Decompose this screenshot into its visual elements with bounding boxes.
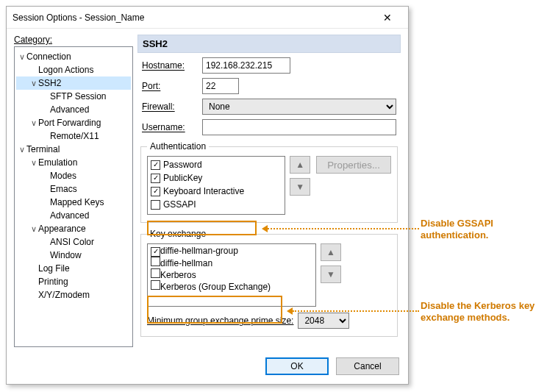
- checkbox-icon[interactable]: [151, 174, 160, 183]
- port-input[interactable]: [202, 78, 239, 94]
- auth-listbox[interactable]: PasswordPublicKeyKeyboard InteractiveGSS…: [147, 156, 285, 215]
- tree-item-label: Advanced: [50, 210, 89, 221]
- tree-item[interactable]: Window: [16, 249, 131, 262]
- username-label: Username:: [142, 122, 198, 132]
- kex-buttons: ▲ ▼: [321, 243, 341, 307]
- kex-legend: Key exchange: [147, 229, 209, 239]
- tree-item-label: Advanced: [50, 104, 89, 115]
- key-exchange-group: Key exchange diffie-hellman-groupdiffie-…: [140, 229, 398, 337]
- tree-item[interactable]: ∨SSH2: [16, 76, 131, 90]
- ok-button[interactable]: OK: [265, 357, 329, 375]
- close-icon[interactable]: ✕: [373, 12, 402, 24]
- hostname-input[interactable]: [202, 57, 290, 74]
- tree-item[interactable]: Log File: [16, 262, 131, 275]
- arrowhead-a: [262, 225, 268, 232]
- tree-item[interactable]: ∨Connection: [16, 50, 131, 63]
- tree-item-label: Printing: [38, 277, 68, 287]
- auth-item-label: Password: [163, 160, 202, 170]
- tree-item[interactable]: Logon Actions: [16, 63, 131, 76]
- tree-item-label: Appearance: [38, 224, 86, 234]
- tree-item[interactable]: ∨Emulation: [16, 156, 131, 169]
- checkbox-icon[interactable]: [151, 247, 160, 257]
- tree-item-label: Port Forwarding: [38, 118, 101, 128]
- auth-buttons: ▲ Properties... ▼: [290, 156, 391, 215]
- tree-item[interactable]: ∨Terminal: [16, 143, 131, 156]
- chevron-down-icon[interactable]: ∨: [29, 116, 38, 129]
- category-column: Category: ∨ConnectionLogon Actions∨SSH2S…: [14, 35, 133, 347]
- callout-gssapi: Disable GSSAPI authentication.: [421, 218, 546, 241]
- kex-item[interactable]: diffie-hellman-group: [151, 246, 312, 257]
- auth-item[interactable]: GSSAPI: [151, 198, 282, 211]
- checkbox-icon[interactable]: [151, 268, 160, 278]
- firewall-label: Firewall:: [142, 101, 198, 112]
- tree-item[interactable]: Emacs: [16, 182, 131, 196]
- tree-item[interactable]: Modes: [16, 169, 131, 182]
- checkbox-icon[interactable]: [151, 187, 160, 196]
- tree-item-label: SSH2: [38, 78, 61, 88]
- arrowhead-b: [287, 307, 293, 315]
- tree-item[interactable]: ANSI Color: [16, 235, 131, 249]
- tree-item-label: Remote/X11: [50, 131, 99, 141]
- kex-min-select[interactable]: 2048: [298, 313, 349, 329]
- settings-panel: SSH2 Hostname: Port: Firewall: None User…: [137, 35, 401, 347]
- auth-move-up-button[interactable]: ▲: [290, 156, 310, 174]
- checkbox-icon[interactable]: [151, 257, 160, 266]
- kex-min-label: Minimum group exchange prime size:: [147, 316, 293, 326]
- tree-item[interactable]: Printing: [16, 275, 131, 288]
- session-options-dialog: Session Options - Session_Name ✕ Categor…: [6, 6, 409, 385]
- auth-item[interactable]: Password: [151, 158, 282, 171]
- chevron-down-icon[interactable]: ∨: [29, 76, 38, 90]
- username-input[interactable]: [202, 119, 396, 135]
- tree-item-label: X/Y/Zmodem: [38, 290, 90, 300]
- tree-item-label: Modes: [50, 171, 76, 181]
- checkbox-icon[interactable]: [151, 200, 160, 210]
- kex-item[interactable]: Kerberos: [151, 268, 312, 280]
- cancel-button[interactable]: Cancel: [336, 357, 399, 375]
- chevron-down-icon[interactable]: ∨: [18, 143, 26, 156]
- tree-item[interactable]: Mapped Keys: [16, 196, 131, 209]
- tree-item-label: Mapped Keys: [50, 197, 104, 207]
- dotline-a: [268, 228, 419, 229]
- tree-item-label: Emacs: [50, 184, 77, 194]
- kex-item[interactable]: diffie-hellman: [151, 257, 312, 268]
- authentication-group: Authentication PasswordPublicKeyKeyboard…: [140, 141, 398, 223]
- tree-item-label: SFTP Session: [50, 91, 106, 101]
- dialog-footer: OK Cancel: [7, 350, 408, 384]
- auth-properties-button[interactable]: Properties...: [316, 156, 391, 174]
- chevron-down-icon[interactable]: ∨: [29, 222, 38, 235]
- kex-item-label: Kerberos: [160, 270, 196, 280]
- kex-listbox[interactable]: diffie-hellman-groupdiffie-hellmanKerber…: [147, 243, 316, 307]
- auth-legend: Authentication: [147, 141, 209, 152]
- tree-item-label: Window: [50, 250, 82, 260]
- tree-item[interactable]: SFTP Session: [16, 90, 131, 103]
- tree-item[interactable]: X/Y/Zmodem: [16, 288, 131, 302]
- tree-item[interactable]: ∨Port Forwarding: [16, 116, 131, 129]
- category-label: Category:: [14, 35, 133, 45]
- chevron-down-icon[interactable]: ∨: [18, 50, 26, 63]
- tree-item[interactable]: Advanced: [16, 209, 131, 222]
- category-tree[interactable]: ∨ConnectionLogon Actions∨SSH2SFTP Sessio…: [14, 46, 133, 347]
- kex-move-down-button[interactable]: ▼: [321, 266, 341, 283]
- checkbox-icon[interactable]: [151, 160, 160, 170]
- chevron-down-icon[interactable]: ∨: [29, 156, 38, 169]
- auth-move-down-button[interactable]: ▼: [290, 178, 310, 196]
- tree-item[interactable]: Advanced: [16, 103, 131, 116]
- dotline-b: [293, 310, 419, 312]
- panel-header: SSH2: [137, 35, 401, 53]
- tree-item-label: Emulation: [38, 157, 77, 168]
- firewall-select[interactable]: None: [202, 99, 396, 115]
- titlebar: Session Options - Session_Name ✕: [7, 7, 408, 29]
- auth-item[interactable]: PublicKey: [151, 171, 282, 185]
- auth-item[interactable]: Keyboard Interactive: [151, 185, 282, 198]
- tree-item[interactable]: Remote/X11: [16, 129, 131, 143]
- auth-item-label: GSSAPI: [163, 199, 196, 210]
- kex-item-label: Kerberos (Group Exchange): [160, 282, 271, 292]
- kex-item[interactable]: Kerberos (Group Exchange): [151, 280, 312, 292]
- tree-item-label: Terminal: [26, 144, 60, 154]
- hostname-label: Hostname:: [142, 60, 198, 71]
- kex-move-up-button[interactable]: ▲: [321, 243, 341, 261]
- checkbox-icon[interactable]: [151, 280, 160, 290]
- window-title: Session Options - Session_Name: [12, 13, 373, 23]
- tree-item[interactable]: ∨Appearance: [16, 222, 131, 235]
- auth-item-label: Keyboard Interactive: [163, 186, 244, 196]
